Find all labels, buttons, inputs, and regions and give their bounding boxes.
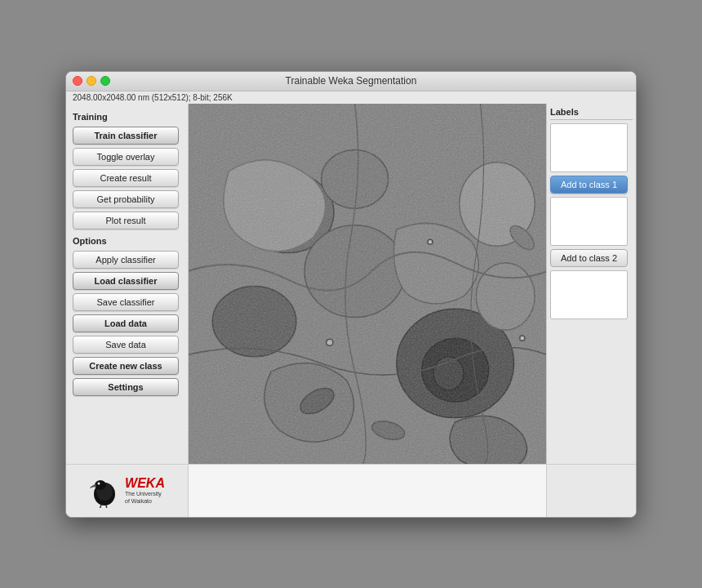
class-area: Add to class 1 Add to class 2 bbox=[550, 123, 633, 319]
image-panel bbox=[189, 104, 546, 464]
svg-line-21 bbox=[100, 505, 101, 508]
right-panel: Labels Add to class 1 Add to class 2 bbox=[546, 104, 636, 464]
svg-point-19 bbox=[95, 480, 106, 490]
add-to-class2-button[interactable]: Add to class 2 bbox=[550, 249, 628, 267]
training-section-label: Training bbox=[73, 112, 181, 122]
add-to-class1-button[interactable]: Add to class 1 bbox=[550, 176, 628, 194]
image-info: 2048.00x2048.00 nm (512x512); 8-bit; 256… bbox=[66, 91, 636, 104]
weka-subtitle-line2: of Waikato bbox=[125, 498, 165, 505]
create-new-class-button[interactable]: Create new class bbox=[73, 357, 179, 375]
plot-result-button[interactable]: Plot result bbox=[73, 212, 179, 229]
labels-title: Labels bbox=[550, 107, 633, 120]
bottom-panel: WEKA The University of Waikato bbox=[66, 464, 636, 517]
traffic-lights bbox=[73, 76, 110, 86]
maximize-button[interactable] bbox=[100, 76, 110, 86]
minimize-button[interactable] bbox=[87, 76, 96, 86]
bottom-center-area bbox=[189, 465, 546, 517]
class2-sample-box bbox=[550, 197, 628, 246]
class1-sample-box bbox=[550, 123, 628, 172]
class2-empty-box bbox=[550, 270, 628, 319]
train-classifier-button[interactable]: Train classifier bbox=[73, 127, 179, 145]
weka-name: WEKA bbox=[125, 476, 165, 491]
load-data-button[interactable]: Load data bbox=[73, 314, 179, 332]
left-panel: Training Train classifier Toggle overlay… bbox=[66, 104, 189, 464]
svg-line-22 bbox=[106, 505, 107, 508]
save-data-button[interactable]: Save data bbox=[73, 336, 179, 354]
weka-logo: WEKA The University of Waikato bbox=[66, 465, 189, 517]
create-result-button[interactable]: Create result bbox=[73, 169, 179, 187]
close-button[interactable] bbox=[73, 76, 82, 86]
weka-bird-icon bbox=[89, 474, 120, 508]
save-classifier-button[interactable]: Save classifier bbox=[73, 293, 179, 311]
get-probability-button[interactable]: Get probability bbox=[73, 190, 179, 208]
svg-rect-16 bbox=[189, 104, 546, 464]
svg-point-20 bbox=[98, 482, 100, 484]
options-section-label: Options bbox=[73, 236, 181, 246]
main-window: Trainable Weka Segmentation 2048.00x2048… bbox=[65, 71, 637, 518]
apply-classifier-button[interactable]: Apply classifier bbox=[73, 251, 179, 269]
window-title: Trainable Weka Segmentation bbox=[286, 75, 417, 87]
microscopy-image bbox=[189, 104, 546, 464]
bottom-right-area bbox=[546, 465, 636, 517]
settings-button[interactable]: Settings bbox=[73, 378, 179, 396]
main-area: Training Train classifier Toggle overlay… bbox=[66, 104, 636, 464]
load-classifier-button[interactable]: Load classifier bbox=[73, 272, 179, 290]
weka-subtitle-line1: The University bbox=[125, 491, 165, 497]
titlebar: Trainable Weka Segmentation bbox=[66, 72, 636, 91]
toggle-overlay-button[interactable]: Toggle overlay bbox=[73, 148, 179, 166]
weka-text: WEKA The University of Waikato bbox=[125, 476, 165, 505]
